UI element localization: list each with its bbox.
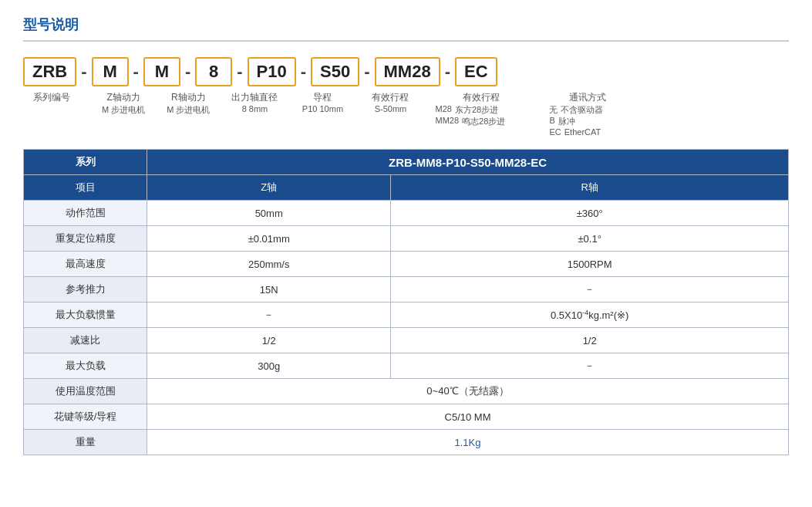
row-z-1: 50mm xyxy=(147,201,391,226)
spec-table: 系列 ZRB-MM8-P10-S50-MM28-EC 项目 Z轴 R轴 动作范围… xyxy=(23,149,789,455)
row-label-1: 动作范围 xyxy=(24,201,147,226)
label-opt-2: M 步进电机 xyxy=(167,104,210,116)
model-box-0: ZRB xyxy=(23,57,76,86)
label-opt-4: P10 10mm xyxy=(302,104,343,113)
row-r-7: － xyxy=(391,353,789,379)
table-row-4: 参考推力 15N － xyxy=(24,277,789,303)
model-code-row: ZRB - M - M - 8 - P10 - S50 - MM28 - EC xyxy=(23,57,789,86)
row-r-3: 1500RPM xyxy=(391,252,789,277)
label-main-3: 出力轴直径 xyxy=(231,91,278,104)
label-group-4: 导程 P10 10mm xyxy=(299,91,345,113)
model-box-3: 8 xyxy=(195,57,232,86)
model-box-1: M xyxy=(92,57,129,86)
row-z-5: － xyxy=(147,303,391,328)
label-group-7: 通讯方式 无不含驱动器 B脉冲 ECEtherCAT xyxy=(549,91,626,137)
label-opt-7c: ECEtherCAT xyxy=(549,127,601,137)
row-z-6: 1/2 xyxy=(147,328,391,353)
table-header-series: 系列 xyxy=(24,150,147,175)
label-main-1: Z轴动力 xyxy=(106,91,140,104)
row-label-6: 减速比 xyxy=(24,328,147,353)
row-label-8: 使用温度范围 xyxy=(24,379,147,404)
page-title: 型号说明 xyxy=(23,15,789,42)
label-opt-7a: 无不含驱动器 xyxy=(549,104,603,116)
label-opt-1: M 步进电机 xyxy=(102,104,145,116)
model-box-5: S50 xyxy=(311,57,359,86)
label-main-6: 有效行程 xyxy=(463,91,500,104)
model-box-6: MM28 xyxy=(375,57,440,86)
row-z-2: ±0.01mm xyxy=(147,226,391,252)
row-span-10: 1.1Kg xyxy=(147,430,789,455)
model-box-2: M xyxy=(143,57,180,86)
row-z-4: 15N xyxy=(147,277,391,303)
row-label-9: 花键等级/导程 xyxy=(24,404,147,430)
row-z-3: 250mm/s xyxy=(147,252,391,277)
table-row-8: 使用温度范围 0~40℃（无结露） xyxy=(24,379,789,404)
table-row-6: 减速比 1/2 1/2 xyxy=(24,328,789,353)
separator-6: - xyxy=(445,62,450,82)
separator-3: - xyxy=(237,62,242,82)
table-row-2: 重复定位精度 ±0.01mm ±0.1° xyxy=(24,226,789,252)
label-group-2: R轴动力 M 步进电机 xyxy=(167,91,210,116)
row-r-5: 0.5X10-4kg.m²(※) xyxy=(391,303,789,328)
label-opt-6b: MM28鸣志28步进 xyxy=(435,116,505,127)
table-header-model: ZRB-MM8-P10-S50-MM28-EC xyxy=(147,150,789,175)
table-subheader-z: Z轴 xyxy=(147,175,391,201)
row-label-3: 最高速度 xyxy=(24,252,147,277)
label-group-6: 有效行程 M28东方28步进 MM28鸣志28步进 xyxy=(435,91,527,127)
label-main-2: R轴动力 xyxy=(171,91,206,104)
table-row-5: 最大负载惯量 － 0.5X10-4kg.m²(※) xyxy=(24,303,789,328)
label-opt-3: 8 8mm xyxy=(242,104,268,113)
separator-0: - xyxy=(81,62,86,82)
separator-1: - xyxy=(133,62,139,82)
table-subheader-r: R轴 xyxy=(391,175,789,201)
label-opt-7b: B脉冲 xyxy=(549,116,574,127)
row-r-4: － xyxy=(391,277,789,303)
label-group-1: Z轴动力 M 步进电机 xyxy=(102,91,145,116)
model-box-7: EC xyxy=(455,57,497,86)
label-main-7: 通讯方式 xyxy=(569,91,606,104)
row-span-9: C5/10 MM xyxy=(147,404,789,430)
row-z-7: 300g xyxy=(147,353,391,379)
label-group-5: 有效行程 S-50mm xyxy=(367,91,413,113)
row-r-1: ±360° xyxy=(391,201,789,226)
separator-5: - xyxy=(364,62,369,82)
label-main-5: 有效行程 xyxy=(372,91,409,104)
row-r-6: 1/2 xyxy=(391,328,789,353)
row-label-7: 最大负载 xyxy=(24,353,147,379)
separator-4: - xyxy=(301,62,306,82)
label-main-0: 系列编号 xyxy=(33,91,70,104)
label-main-4: 导程 xyxy=(313,91,332,104)
row-r-2: ±0.1° xyxy=(391,226,789,252)
model-box-4: P10 xyxy=(248,57,296,86)
label-opt-5: S-50mm xyxy=(375,104,407,113)
table-row-1: 动作范围 50mm ±360° xyxy=(24,201,789,226)
table-subheader-item: 项目 xyxy=(24,175,147,201)
table-row-10: 重量 1.1Kg xyxy=(24,430,789,455)
row-span-8: 0~40℃（无结露） xyxy=(147,379,789,404)
label-group-3: 出力轴直径 8 8mm xyxy=(231,91,278,113)
label-opt-6a: M28东方28步进 xyxy=(435,104,498,116)
row-label-2: 重复定位精度 xyxy=(24,226,147,252)
row-label-5: 最大负载惯量 xyxy=(24,303,147,328)
row-label-4: 参考推力 xyxy=(24,277,147,303)
separator-2: - xyxy=(185,62,190,82)
row-label-10: 重量 xyxy=(24,430,147,455)
table-row-7: 最大负载 300g － xyxy=(24,353,789,379)
table-row-3: 最高速度 250mm/s 1500RPM xyxy=(24,252,789,277)
label-group-0: 系列编号 xyxy=(23,91,80,104)
table-row-9: 花键等级/导程 C5/10 MM xyxy=(24,404,789,430)
